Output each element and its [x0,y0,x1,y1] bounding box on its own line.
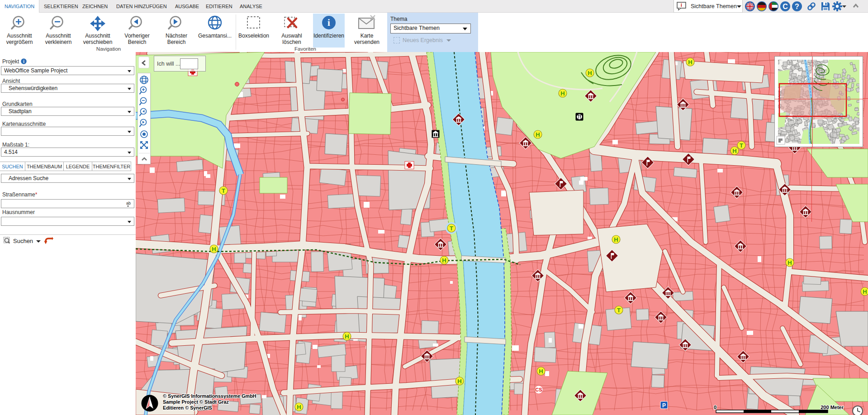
svg-text:Sample Project © Stadt Graz: Sample Project © Stadt Graz [163,399,229,405]
svg-text:i: i [327,17,330,28]
svg-text:C: C [783,3,788,10]
svg-text:Editieren © SynerGIS: Editieren © SynerGIS [163,405,212,410]
svg-text:© SynerGIS Informationssysteme: © SynerGIS Informationssysteme GmbH [163,393,256,399]
svg-text:P: P [662,402,666,409]
svg-text:CS: CS [535,387,542,392]
svg-text:i: i [681,3,682,8]
svg-text:ab: ab [126,201,131,205]
svg-text:i: i [23,59,24,64]
svg-text:200 Meter: 200 Meter [821,405,844,410]
svg-text:0: 0 [714,405,716,410]
svg-text:?: ? [795,3,799,10]
